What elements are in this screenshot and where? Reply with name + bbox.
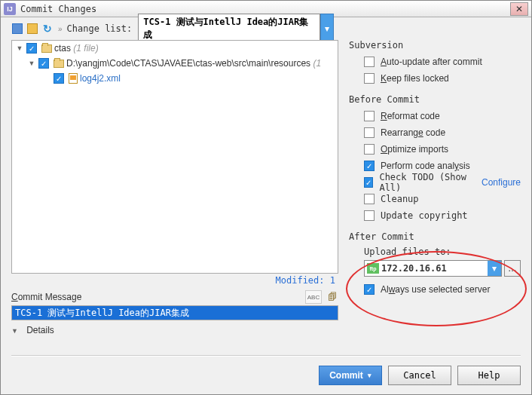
change-list-dropdown-button[interactable]: ▾ [320,14,334,44]
folder-icon [41,44,52,53]
xml-file-icon [69,73,78,84]
rearrange-label: Rearrange code [381,127,445,138]
window-title: Commit Changes [20,4,96,14]
separator [11,355,521,356]
commit-message-input[interactable] [11,305,338,320]
details-toggle[interactable]: ▼ Details [11,325,338,335]
todo-checkbox[interactable]: ✓ [364,177,373,188]
twisty-icon[interactable]: ▼ [15,44,24,52]
tree-row-root[interactable]: ▼ ✓ ctas (1 file) [12,41,338,56]
subversion-section-label: Subversion [349,40,521,51]
spellcheck-icon[interactable]: ABC [305,290,322,304]
auto-update-checkbox[interactable] [364,57,375,67]
upload-browse-button[interactable]: … [504,260,521,277]
chevron-right-icon: » [58,25,63,33]
refresh-icon[interactable]: ↻ [41,23,54,35]
reformat-label: Reformat code [381,111,440,121]
checkbox[interactable]: ✓ [38,58,49,69]
analysis-label: Perform code analysis [381,161,470,171]
caret-down-icon: ▾ [368,372,371,379]
after-commit-section-label: After Commit [349,231,521,242]
cancel-button[interactable]: Cancel [388,366,451,385]
change-list-label: Change list: [67,23,133,34]
cleanup-label: Cleanup [381,194,419,204]
message-history-icon[interactable]: 🗐 [326,291,338,303]
file-tree[interactable]: ▼ ✓ ctas (1 file) ▼ ✓ D:\yangjm\Code\CTA… [11,40,338,274]
ftp-icon: ftp [367,263,379,274]
twisty-icon[interactable]: ▼ [27,60,36,67]
commit-button[interactable]: Commit▾ [319,366,382,385]
rearrange-checkbox[interactable] [364,127,375,138]
folder-icon [54,60,64,68]
twisty-icon: ▼ [11,327,18,335]
before-commit-section-label: Before Commit [349,94,521,105]
commit-message-label: Commit Message [11,292,81,302]
copyright-label: Update copyright [381,210,468,221]
expand-icon[interactable] [26,23,38,35]
keep-locked-checkbox[interactable] [364,73,375,84]
checkbox[interactable]: ✓ [26,43,37,54]
upload-files-label: Upload files to: [364,246,521,257]
close-button[interactable]: ✕ [510,2,528,16]
change-list-combo[interactable]: TCS-1 测试与IntellJ Idea的JIAR集成 [138,14,320,44]
help-button[interactable]: Help [457,366,521,385]
copyright-checkbox[interactable] [364,210,375,221]
keep-locked-label: Keep files locked [381,73,449,84]
reformat-checkbox[interactable] [364,111,375,121]
optimize-label: Optimize imports [381,144,448,155]
upload-dropdown-button[interactable]: ▾ [488,261,501,276]
optimize-checkbox[interactable] [364,144,375,155]
app-icon: IJ [4,3,16,15]
auto-update-label: Auto-update after commit [381,57,482,67]
configure-link[interactable]: Configure [482,177,521,188]
analysis-checkbox[interactable]: ✓ [364,161,375,171]
always-use-label: Always use selected server [381,284,490,295]
cleanup-checkbox[interactable] [364,194,375,204]
tree-row-path[interactable]: ▼ ✓ D:\yangjm\Code\CTAS\JAVAEE\ctas-web\… [12,56,338,71]
always-use-checkbox[interactable]: ✓ [364,284,375,295]
checkbox[interactable]: ✓ [54,73,64,84]
tree-row-file[interactable]: ✓ log4j2.xml [12,71,338,86]
upload-server-combo[interactable]: ftp 172.20.16.61 ▾ [364,260,502,277]
todo-label: Check TODO (Show All) [379,172,478,193]
group-by-icon[interactable] [11,23,23,35]
modified-count: Modified: 1 [11,274,338,287]
